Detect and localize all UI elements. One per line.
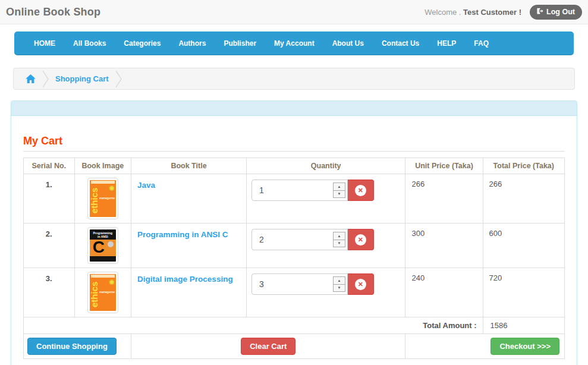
nav-item-about-us[interactable]: About Us: [323, 32, 373, 55]
unit-price: 240: [411, 273, 425, 282]
nav-item-help[interactable]: HELP: [428, 32, 465, 55]
unit-price: 266: [411, 180, 425, 188]
quantity-input[interactable]: 1 ▲ ▼: [251, 180, 348, 201]
welcome-text: Welcome . Test Customer !: [425, 8, 521, 17]
checkout-button[interactable]: Checkout >>>: [490, 338, 559, 355]
cover-badge: [108, 241, 114, 247]
starburst-icon: ✺: [109, 185, 115, 192]
serial-number: 1.: [46, 180, 52, 189]
book-cover-ansic: Programming in ANSIC: [90, 229, 116, 262]
remove-item-button[interactable]: ✕: [348, 180, 374, 201]
cover-annotation: management: [99, 290, 115, 294]
remove-item-button[interactable]: ✕: [348, 273, 374, 295]
header-right: Welcome . Test Customer ! Log Out: [425, 5, 582, 20]
quantity-value: 1: [252, 185, 264, 195]
nav-item-authors[interactable]: Authors: [169, 32, 215, 55]
site-header: Online Book Shop Welcome . Test Customer…: [0, 0, 588, 24]
breadcrumb-shopping-cart[interactable]: Shopping Cart: [55, 74, 109, 83]
table-header-row: Serial No. Book Image Book Title Quantit…: [24, 158, 565, 174]
clear-cart-button[interactable]: Clear Cart: [241, 338, 295, 355]
actions-row: Continue Shopping Clear Cart Checkout >>…: [24, 334, 565, 359]
quantity-group: 3 ▲ ▼ ✕: [251, 273, 370, 295]
continue-shopping-button[interactable]: Continue Shopping: [27, 338, 117, 355]
spinner-down-icon[interactable]: ▼: [334, 191, 345, 198]
book-title-link[interactable]: Java: [137, 181, 155, 190]
content-panel: My Cart Serial No. Book Image Book Title…: [11, 100, 577, 365]
unit-price: 300: [411, 229, 425, 238]
home-icon[interactable]: [26, 74, 36, 83]
col-total-price: Total Price (Taka): [483, 158, 564, 174]
circle-x-icon: ✕: [355, 185, 366, 196]
page-title: My Cart: [23, 135, 565, 152]
total-price: 266: [489, 180, 502, 188]
quantity-input[interactable]: 2 ▲ ▼: [251, 229, 348, 250]
logout-button[interactable]: Log Out: [530, 5, 582, 20]
nav-item-categories[interactable]: Categories: [115, 32, 169, 55]
nav-item-publisher[interactable]: Publisher: [215, 32, 265, 55]
spinner-up-icon[interactable]: ▲: [334, 277, 345, 285]
quantity-spinner[interactable]: ▲ ▼: [333, 232, 345, 247]
total-row: Total Amount : 1586: [24, 317, 565, 334]
book-title-link[interactable]: Digital image Processing: [137, 275, 233, 284]
cart-table-body: 1. ethics✺management Java 1 ▲ ▼ ✕ 266: [24, 174, 565, 317]
welcome-prefix: Welcome .: [425, 8, 461, 17]
cart-item-row: 2. Programming in ANSIC Programming in A…: [24, 224, 565, 268]
col-serial-no: Serial No.: [24, 158, 75, 174]
col-book-image: Book Image: [74, 158, 131, 174]
cart-item-row: 3. ethics✺management Digital image Proce…: [24, 268, 565, 317]
breadcrumb-separator-icon: [42, 69, 49, 89]
cover-vertical-text: ethics: [90, 278, 99, 310]
circle-x-icon: ✕: [355, 234, 366, 246]
quantity-input[interactable]: 3 ▲ ▼: [251, 273, 348, 295]
quantity-spinner[interactable]: ▲ ▼: [333, 276, 345, 292]
quantity-group: 2 ▲ ▼ ✕: [251, 229, 370, 250]
cover-top-strip: [91, 275, 115, 278]
cover-vertical-text: ethics: [90, 184, 99, 216]
book-cover-ethics: ethics✺management: [90, 274, 116, 311]
remove-item-button[interactable]: ✕: [348, 229, 374, 250]
quantity-spinner[interactable]: ▲ ▼: [333, 182, 345, 198]
total-amount-value: 1586: [483, 317, 564, 334]
spinner-up-icon[interactable]: ▲: [334, 232, 345, 240]
spinner-down-icon[interactable]: ▼: [334, 240, 345, 247]
main-nav: HOMEAll BooksCategoriesAuthorsPublisherM…: [14, 32, 574, 55]
panel-heading-bar: [11, 101, 577, 116]
starburst-icon: ✺: [109, 279, 115, 286]
breadcrumb-separator-icon: [115, 69, 122, 89]
cover-top-strip: [91, 181, 115, 184]
total-price: 600: [489, 229, 502, 238]
nav-item-faq[interactable]: FAQ: [465, 32, 498, 55]
circle-x-icon: ✕: [355, 279, 366, 290]
book-thumbnail[interactable]: ethics✺management: [87, 272, 118, 313]
nav-list: HOMEAll BooksCategoriesAuthorsPublisherM…: [14, 32, 498, 55]
cover-letter: C: [93, 238, 105, 257]
serial-number: 2.: [46, 229, 52, 238]
nav-item-home[interactable]: HOME: [25, 32, 64, 55]
total-price: 720: [489, 273, 502, 282]
quantity-group: 1 ▲ ▼ ✕: [251, 180, 370, 201]
cover-mid-band: C: [90, 240, 116, 256]
nav-item-my-account[interactable]: My Account: [265, 32, 323, 55]
breadcrumb: Shopping Cart: [13, 68, 575, 90]
spinner-up-icon[interactable]: ▲: [334, 183, 345, 191]
quantity-value: 3: [252, 279, 264, 289]
quantity-value: 2: [252, 235, 264, 244]
cart-table: Serial No. Book Image Book Title Quantit…: [23, 158, 565, 359]
site-title: Online Book Shop: [6, 6, 100, 18]
col-quantity: Quantity: [246, 158, 405, 174]
cover-annotation: management: [99, 196, 115, 200]
col-book-title: Book Title: [131, 158, 247, 174]
spinner-down-icon[interactable]: ▼: [334, 285, 345, 292]
serial-number: 3.: [46, 274, 52, 283]
book-title-link[interactable]: Programming in ANSI C: [137, 230, 228, 239]
book-thumbnail[interactable]: ethics✺management: [87, 178, 118, 219]
book-cover-ethics: ethics✺management: [90, 180, 116, 217]
col-unit-price: Unit Price (Taka): [405, 158, 483, 174]
panel-body: My Cart Serial No. Book Image Book Title…: [11, 116, 577, 365]
cart-item-row: 1. ethics✺management Java 1 ▲ ▼ ✕ 266: [24, 174, 565, 224]
book-thumbnail[interactable]: Programming in ANSIC: [87, 227, 118, 264]
nav-item-all-books[interactable]: All Books: [64, 32, 115, 55]
total-amount-label: Total Amount :: [24, 317, 483, 334]
logout-label: Log Out: [546, 8, 575, 16]
nav-item-contact-us[interactable]: Contact Us: [373, 32, 428, 55]
